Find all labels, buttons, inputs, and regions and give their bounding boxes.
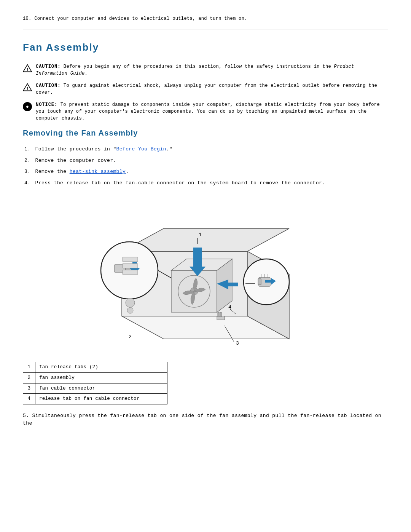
before-you-begin-link[interactable]: Before You Begin (116, 146, 166, 152)
caution-text-2: CAUTION: To guard against electrical sho… (36, 82, 388, 96)
svg-text:1: 1 (199, 232, 202, 238)
svg-point-38 (126, 298, 135, 307)
step-5: 5. Simultaneously press the fan-release … (23, 412, 388, 427)
table-row: 3 fan cable connector (23, 383, 167, 394)
svg-rect-41 (218, 312, 219, 317)
part-num-4: 4 (23, 394, 35, 404)
svg-rect-36 (123, 264, 138, 268)
svg-rect-42 (220, 312, 221, 317)
table-row: 2 fan assembly (23, 372, 167, 383)
fan-assembly-diagram: 1 2 3 4 (88, 194, 323, 354)
step-3: 3. Remove the heat-sink assembly. (23, 168, 388, 176)
step-1: 1. Follow the procedures in "Before You … (23, 145, 388, 153)
steps-list: 1. Follow the procedures in "Before You … (23, 145, 388, 187)
step-4: 4. Press the release tab on the fan-cabl… (23, 179, 388, 187)
svg-rect-37 (123, 270, 138, 275)
caution-icon-2: ! (23, 83, 32, 94)
section-title: Fan Assembly (23, 40, 388, 55)
notice-block: ● NOTICE: To prevent static damage to co… (23, 101, 388, 122)
heat-sink-link[interactable]: heat-sink assembly (70, 169, 126, 174)
svg-text:!: ! (26, 86, 29, 91)
part-label-1: fan release tabs (2) (35, 362, 167, 373)
notice-circle-icon: ● (23, 102, 32, 111)
diagram-container: 1 2 3 4 (23, 194, 388, 354)
caution-icon-1: ! (23, 64, 32, 75)
svg-text:!: ! (26, 67, 29, 72)
svg-rect-22 (258, 279, 261, 285)
subsection-title: Removing the Fan Assembly (23, 127, 388, 139)
step-2: 2. Remove the computer cover. (23, 157, 388, 165)
svg-rect-35 (123, 257, 138, 262)
part-num-2: 2 (23, 372, 35, 383)
part-label-4: release tab on fan cable connector (35, 394, 167, 404)
table-row: 1 fan release tabs (2) (23, 362, 167, 373)
part-num-3: 3 (23, 383, 35, 394)
caution-block-1: ! CAUTION: Before you begin any of the p… (23, 63, 388, 77)
top-note: 10. Connect your computer and devices to… (23, 15, 388, 22)
notice-text: NOTICE: To prevent static damage to comp… (36, 101, 388, 122)
table-row: 4 release tab on fan cable connector (23, 394, 167, 404)
part-num-1: 1 (23, 362, 35, 373)
part-label-3: fan cable connector (35, 383, 167, 394)
caution-text-1: CAUTION: Before you begin any of the pro… (36, 63, 388, 77)
svg-text:4: 4 (228, 304, 231, 310)
section-divider (23, 29, 388, 29)
caution-block-2: ! CAUTION: To guard against electrical s… (23, 82, 388, 96)
parts-table: 1 fan release tabs (2) 2 fan assembly 3 … (23, 362, 167, 404)
part-label-2: fan assembly (35, 372, 167, 383)
svg-text:3: 3 (236, 340, 239, 346)
svg-text:2: 2 (129, 334, 132, 340)
svg-point-39 (127, 307, 133, 313)
